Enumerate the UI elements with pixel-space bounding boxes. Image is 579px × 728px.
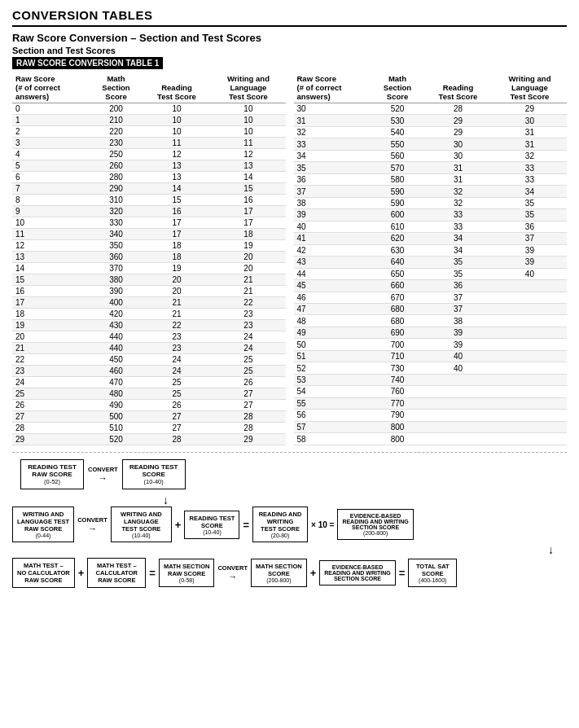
table-cell: 32	[493, 150, 567, 161]
l3b2-label: MATH TEST –CALCULATORRAW SCORE	[92, 562, 141, 584]
table-cell: 57	[294, 421, 371, 432]
table-cell: 29	[12, 434, 90, 445]
line1: READING TESTRAW SCORE (0-52) CONVERT → R…	[20, 459, 567, 489]
table-row: 385903235	[294, 197, 568, 208]
table-cell: 35	[294, 162, 371, 173]
table-cell: 13	[211, 160, 285, 172]
table-cell: 34	[493, 186, 567, 197]
l1b1-range: (0-52)	[26, 478, 78, 485]
table-cell	[493, 374, 567, 385]
table-row: 396003335	[294, 209, 568, 221]
table-cell: 46	[294, 292, 371, 303]
table-row: 123501819	[12, 240, 286, 252]
table-cell: 20	[143, 286, 212, 297]
table-cell: 23	[12, 366, 90, 377]
table-cell: 24	[143, 354, 212, 366]
table-cell: 770	[371, 397, 423, 409]
l2-box1: WRITING ANDLANGUAGE TESTRAW SCORE (0-44)	[12, 507, 74, 542]
table-cell: 730	[371, 362, 423, 374]
table-cell: 420	[90, 309, 142, 320]
table-cell: 490	[90, 400, 142, 411]
table-row: 83101516	[12, 195, 286, 206]
table-row: 42501212	[12, 149, 286, 160]
table-cell: 23	[211, 309, 285, 320]
table-cell: 37	[294, 186, 371, 197]
table-cell: 740	[371, 374, 423, 385]
table-cell: 39	[423, 327, 493, 338]
table-cell: 590	[371, 197, 423, 208]
table-cell: 6	[12, 172, 90, 183]
table-cell	[493, 339, 567, 350]
table-cell: 36	[294, 173, 371, 185]
table-cell: 15	[143, 195, 212, 206]
table-cell: 27	[211, 400, 285, 411]
table-cell: 29	[493, 103, 567, 115]
table-row: 355703133	[294, 162, 568, 173]
table-cell: 1	[12, 115, 90, 126]
table-row: 5273040	[294, 362, 568, 374]
table-cell: 10	[211, 126, 285, 138]
table-cell: 40	[423, 362, 493, 374]
l2b3-label: READING TESTSCORE	[189, 515, 235, 529]
table-row: 103301717	[12, 217, 286, 229]
table-row: 416203437	[294, 233, 568, 244]
table-row: 4768037	[294, 303, 568, 314]
table-cell: 33	[493, 162, 567, 173]
table-cell: 36	[423, 280, 493, 292]
table-cell: 380	[90, 274, 142, 286]
table-cell: 10	[143, 103, 212, 115]
table-cell: 31	[493, 138, 567, 150]
l3b6-range: (400-1600)	[413, 577, 452, 583]
table-cell: 650	[371, 268, 423, 279]
col-header-math-left: MathSectionScore	[90, 72, 142, 103]
table-cell: 16	[12, 286, 90, 297]
table-cell: 570	[371, 162, 423, 173]
table-cell: 15	[211, 183, 285, 195]
table-row: 305202829	[294, 103, 568, 115]
table-cell: 37	[423, 303, 493, 314]
l1-box1: READING TESTRAW SCORE (0-52)	[20, 459, 84, 489]
table-cell: 260	[90, 160, 142, 172]
table-cell: 480	[90, 388, 142, 400]
table-cell: 13	[12, 252, 90, 263]
table-row: 143701920	[12, 263, 286, 274]
table-cell: 660	[371, 280, 423, 292]
table-cell: 31	[493, 126, 567, 138]
l2b5-range: (200-800)	[342, 530, 408, 536]
table-cell: 4	[12, 149, 90, 160]
table-cell: 58	[294, 433, 371, 445]
l2b1-label: WRITING ANDLANGUAGE TESTRAW SCORE	[17, 511, 69, 533]
table-cell: 310	[90, 195, 142, 206]
l3-arrow: →	[228, 572, 237, 581]
table-cell: 790	[371, 410, 423, 421]
table-cell: 580	[371, 173, 423, 185]
table-cell: 21	[211, 286, 285, 297]
col-header-raw-score-right: Raw Score(# of correctanswers)	[294, 72, 371, 103]
table-row: 365803133	[294, 173, 568, 185]
table-row: 426303439	[294, 244, 568, 256]
table-cell: 52	[294, 362, 371, 374]
full-equation-diagram: READING TESTRAW SCORE (0-52) CONVERT → R…	[12, 459, 567, 588]
table-row: 54760	[294, 386, 568, 397]
l2-convert: CONVERT →	[77, 516, 107, 533]
table-cell: 17	[211, 206, 285, 217]
table-cell: 700	[371, 339, 423, 350]
table-cell	[493, 280, 567, 292]
l2b4-label: READING ANDWRITINGTEST SCORE	[257, 511, 303, 533]
table-cell: 23	[211, 320, 285, 331]
table-cell	[493, 327, 567, 338]
l2-plus: +	[175, 519, 182, 531]
table-cell: 32	[423, 197, 493, 208]
l3b3-range: (0-58)	[164, 577, 210, 583]
score-table-right: Raw Score(# of correctanswers) MathSecti…	[294, 72, 568, 445]
table-cell: 16	[211, 195, 285, 206]
table-cell: 470	[90, 377, 142, 388]
l3-plus1: +	[78, 567, 85, 579]
table-cell: 28	[211, 411, 285, 423]
table-cell: 28	[12, 423, 90, 434]
table-cell: 23	[143, 343, 212, 354]
table-cell: 29	[423, 126, 493, 138]
table-cell: 26	[12, 400, 90, 411]
l3-eq1: =	[149, 567, 156, 579]
table-cell: 220	[90, 126, 142, 138]
